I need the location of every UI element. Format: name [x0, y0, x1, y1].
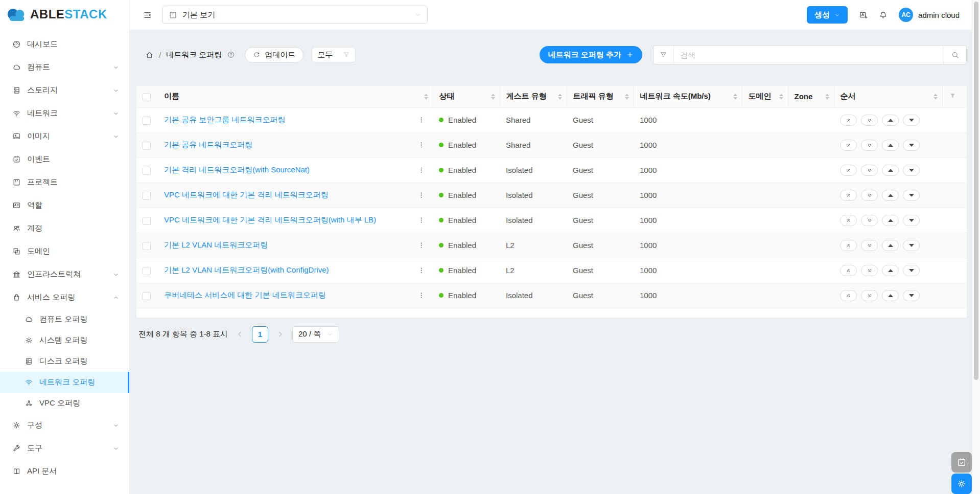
- move-to-top-button[interactable]: [840, 115, 857, 126]
- sidebar-item-api-docs[interactable]: API 문서: [0, 460, 129, 483]
- sidebar-item-roles[interactable]: 역할: [0, 194, 129, 217]
- sidebar-item-compute[interactable]: 컴퓨트: [0, 56, 129, 79]
- kebab-menu-icon[interactable]: [415, 240, 427, 251]
- sidebar-item-configuration[interactable]: 구성: [0, 414, 129, 437]
- kebab-menu-icon[interactable]: [415, 215, 427, 226]
- refresh-button[interactable]: 업데이트: [245, 47, 304, 63]
- column-header-zone[interactable]: Zone: [788, 86, 834, 107]
- page-number-button[interactable]: 1: [252, 326, 268, 343]
- sidebar-item-service-offerings[interactable]: 서비스 오퍼링: [0, 286, 129, 309]
- column-header-traffic-type[interactable]: 트래픽 유형: [567, 86, 634, 107]
- move-to-bottom-button[interactable]: [861, 240, 878, 251]
- row-checkbox[interactable]: [143, 117, 151, 125]
- sidebar-item-system-offerings[interactable]: 시스템 오퍼링: [0, 330, 129, 351]
- sidebar-item-tools[interactable]: 도구: [0, 437, 129, 460]
- offering-name-link[interactable]: VPC 네트워크에 대한 기본 격리 네트워크오퍼링(with 내부 LB): [164, 215, 376, 225]
- move-down-button[interactable]: [903, 115, 920, 126]
- sidebar-item-accounts[interactable]: 계정: [0, 217, 129, 240]
- add-network-offering-button[interactable]: 네트워크 오퍼링 추가: [540, 46, 642, 63]
- search-filter-button[interactable]: [654, 46, 674, 64]
- view-filter-select[interactable]: 기본 보기: [162, 6, 428, 24]
- move-to-top-button[interactable]: [840, 265, 857, 276]
- move-up-button[interactable]: [882, 290, 899, 301]
- annotation-add-icon[interactable]: [859, 11, 868, 19]
- help-icon[interactable]: [227, 51, 235, 59]
- move-to-bottom-button[interactable]: [861, 115, 878, 126]
- move-down-button[interactable]: [903, 215, 920, 226]
- kebab-menu-icon[interactable]: [415, 190, 427, 201]
- move-up-button[interactable]: [882, 115, 899, 126]
- move-to-top-button[interactable]: [840, 140, 857, 151]
- user-avatar[interactable]: AC: [899, 8, 913, 22]
- home-icon[interactable]: [145, 51, 154, 59]
- move-to-top-button[interactable]: [840, 215, 857, 226]
- column-header-state[interactable]: 상태: [433, 86, 500, 107]
- move-to-top-button[interactable]: [840, 290, 857, 301]
- column-header-name[interactable]: 이름: [158, 86, 433, 107]
- sidebar-item-dashboard[interactable]: 대시보드: [0, 33, 129, 56]
- settings-fab-button[interactable]: [951, 474, 972, 494]
- move-up-button[interactable]: [882, 190, 899, 201]
- offering-name-link[interactable]: VPC 네트워크에 대한 기본 격리 네트워크오퍼링: [164, 190, 329, 200]
- move-up-button[interactable]: [882, 215, 899, 226]
- row-checkbox[interactable]: [143, 242, 151, 250]
- sidebar-collapse-icon[interactable]: [143, 11, 152, 19]
- move-to-top-button[interactable]: [840, 165, 857, 176]
- scrollbar-thumb[interactable]: [974, 2, 978, 380]
- create-button[interactable]: 생성: [807, 6, 848, 24]
- kebab-menu-icon[interactable]: [415, 140, 427, 151]
- sidebar-item-network[interactable]: 네트워크: [0, 102, 129, 125]
- sidebar-item-projects[interactable]: 프로젝트: [0, 171, 129, 194]
- row-checkbox[interactable]: [143, 167, 151, 175]
- sidebar-item-domains[interactable]: 도메인: [0, 240, 129, 263]
- next-page-icon[interactable]: [276, 330, 285, 339]
- move-down-button[interactable]: [903, 140, 920, 151]
- move-down-button[interactable]: [903, 240, 920, 251]
- offering-name-link[interactable]: 기본 격리 네트워크오퍼링(with SourceNat): [164, 165, 310, 175]
- sidebar-item-network-offerings[interactable]: 네트워크 오퍼링: [0, 372, 129, 393]
- offering-name-link[interactable]: 쿠버네테스 서비스에 대한 기본 네트워크오퍼링: [164, 290, 326, 300]
- sidebar-item-compute-offerings[interactable]: 컴퓨트 오퍼링: [0, 309, 129, 330]
- row-checkbox[interactable]: [143, 292, 151, 300]
- offering-name-link[interactable]: 기본 L2 VLAN 네트워크오퍼링(with ConfigDrive): [164, 265, 329, 275]
- move-up-button[interactable]: [882, 265, 899, 276]
- offering-name-link[interactable]: 기본 L2 VLAN 네트워크오퍼링: [164, 240, 268, 250]
- previous-page-icon[interactable]: [236, 330, 244, 339]
- move-to-bottom-button[interactable]: [861, 190, 878, 201]
- move-to-top-button[interactable]: [840, 240, 857, 251]
- sidebar-item-storage[interactable]: 스토리지: [0, 79, 129, 102]
- table-filter-icon[interactable]: [949, 92, 956, 100]
- user-name[interactable]: admin cloud: [918, 11, 960, 19]
- move-to-bottom-button[interactable]: [861, 215, 878, 226]
- kebab-menu-icon[interactable]: [415, 265, 427, 276]
- sidebar-item-vpc-offerings[interactable]: VPC 오퍼링: [0, 393, 129, 414]
- kebab-menu-icon[interactable]: [415, 290, 427, 301]
- move-down-button[interactable]: [903, 290, 920, 301]
- sidebar-item-disk-offerings[interactable]: 디스크 오퍼링: [0, 351, 129, 372]
- move-down-button[interactable]: [903, 265, 920, 276]
- kebab-menu-icon[interactable]: [415, 115, 427, 126]
- row-checkbox[interactable]: [143, 267, 151, 275]
- column-header-guest-type[interactable]: 게스트 유형: [500, 86, 567, 107]
- move-down-button[interactable]: [903, 165, 920, 176]
- move-up-button[interactable]: [882, 240, 899, 251]
- offering-name-link[interactable]: 기본 공유 보안그룹 네트워크오퍼링: [164, 115, 286, 125]
- move-down-button[interactable]: [903, 190, 920, 201]
- row-checkbox[interactable]: [143, 192, 151, 200]
- brand-logo[interactable]: ABLESTACK: [0, 0, 129, 29]
- select-all-checkbox[interactable]: [143, 93, 151, 101]
- scope-filter-select[interactable]: 모두: [312, 47, 356, 62]
- move-to-bottom-button[interactable]: [861, 140, 878, 151]
- search-submit-button[interactable]: [944, 46, 966, 64]
- notification-bell-icon[interactable]: [879, 11, 888, 19]
- row-checkbox[interactable]: [143, 217, 151, 225]
- event-log-fab-button[interactable]: [951, 452, 972, 473]
- move-to-bottom-button[interactable]: [861, 165, 878, 176]
- offering-name-link[interactable]: 기본 공유 네트워크오퍼링: [164, 140, 252, 150]
- move-to-bottom-button[interactable]: [861, 290, 878, 301]
- move-up-button[interactable]: [882, 165, 899, 176]
- kebab-menu-icon[interactable]: [415, 165, 427, 176]
- column-header-filter[interactable]: [942, 86, 967, 107]
- page-scrollbar[interactable]: [972, 0, 980, 494]
- column-header-network-rate[interactable]: 네트워크 속도(Mb/s): [634, 86, 742, 107]
